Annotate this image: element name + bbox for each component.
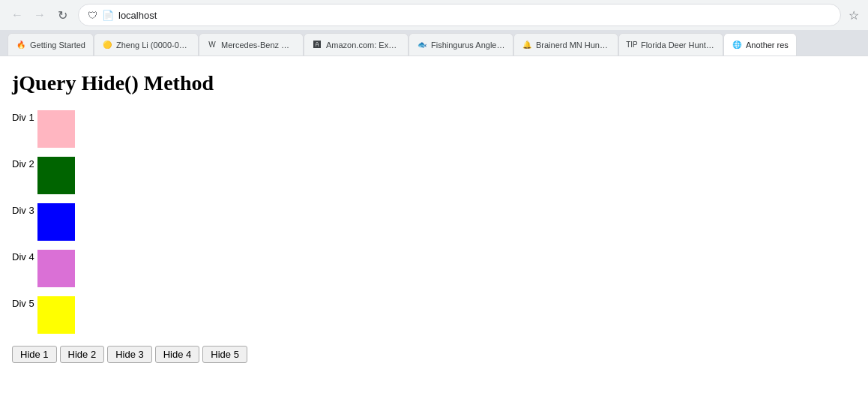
tab-favicon-florida: TIP (627, 40, 637, 50)
tab-favicon-amazon: 🅰 (312, 40, 322, 50)
color-box-div5 (37, 296, 75, 334)
tab-favicon-brainerd: 🔔 (522, 40, 532, 50)
bookmark-star-button[interactable]: ☆ (847, 7, 861, 24)
hide-button-hide1[interactable]: Hide 1 (12, 346, 57, 363)
tab-mercedes[interactable]: WMercedes-Benz G-Clas... (199, 33, 304, 56)
hide-button-hide2[interactable]: Hide 2 (60, 346, 105, 363)
div-block-div1: Div 1 (12, 110, 856, 148)
color-box-div1 (37, 110, 75, 148)
tab-florida[interactable]: TIPFlorida Deer Hunting S... (618, 33, 723, 56)
hide-button-hide4[interactable]: Hide 4 (155, 346, 200, 363)
tabs-bar: 🔥Getting Started🟡Zheng Li (0000-0002-3..… (0, 30, 868, 56)
browser-chrome: ← → ↻ 🛡 📄 localhost ☆ 🔥Getting Started🟡Z… (0, 0, 868, 56)
color-box-div2 (37, 157, 75, 194)
tab-label-florida: Florida Deer Hunting S... (641, 40, 715, 50)
tab-getting-started[interactable]: 🔥Getting Started (7, 33, 94, 56)
tab-label-another: Another res (746, 40, 789, 50)
back-button[interactable]: ← (7, 5, 27, 25)
tab-favicon-zheng-li: 🟡 (102, 40, 112, 50)
div-label-div1: Div 1 (12, 110, 34, 123)
tab-label-amazon: Amazon.com: ExpertP... (326, 40, 400, 50)
div-label-div4: Div 4 (12, 250, 34, 262)
security-shield-icon: 🛡 (88, 10, 97, 21)
div-block-div2: Div 2 (12, 157, 856, 194)
address-text: localhost (118, 10, 831, 21)
tab-label-mercedes: Mercedes-Benz G-Clas... (221, 40, 295, 50)
tab-label-zheng-li: Zheng Li (0000-0002-3... (116, 40, 190, 50)
tab-favicon-fishingurus: 🐟 (417, 40, 427, 50)
tab-favicon-mercedes: W (207, 40, 217, 50)
nav-buttons: ← → ↻ (7, 5, 72, 25)
div-label-div5: Div 5 (12, 296, 34, 309)
tab-label-getting-started: Getting Started (30, 40, 85, 50)
div-block-div3: Div 3 (12, 203, 856, 241)
buttons-row: Hide 1Hide 2Hide 3Hide 4Hide 5 (12, 346, 856, 363)
page-content: jQuery Hide() Method Div 1 Div 2 Div 3 D… (0, 56, 868, 401)
div-label-div2: Div 2 (12, 157, 34, 170)
hide-button-hide3[interactable]: Hide 3 (107, 346, 152, 363)
divs-container: Div 1 Div 2 Div 3 Div 4 Div 5 (12, 110, 856, 334)
color-box-div3 (37, 203, 75, 241)
page-icon: 📄 (102, 10, 114, 21)
tab-amazon[interactable]: 🅰Amazon.com: ExpertP... (304, 33, 409, 56)
tab-favicon-getting-started: 🔥 (16, 40, 26, 50)
tab-another[interactable]: 🌐Another res (723, 33, 797, 56)
div-block-div5: Div 5 (12, 296, 856, 334)
tab-brainerd[interactable]: 🔔Brainerd MN Hunting ... (513, 33, 618, 56)
div-label-div3: Div 3 (12, 203, 34, 216)
tab-label-brainerd: Brainerd MN Hunting ... (536, 40, 610, 50)
tab-label-fishingurus: Fishingurus Angler's I... (431, 40, 505, 50)
tab-favicon-another: 🌐 (732, 40, 742, 50)
tab-fishingurus[interactable]: 🐟Fishingurus Angler's I... (409, 33, 513, 56)
tab-zheng-li[interactable]: 🟡Zheng Li (0000-0002-3... (94, 33, 199, 56)
hide-button-hide5[interactable]: Hide 5 (202, 346, 247, 363)
color-box-div4 (37, 250, 75, 287)
address-bar[interactable]: 🛡 📄 localhost (78, 4, 841, 26)
page-title: jQuery Hide() Method (12, 71, 856, 95)
forward-button[interactable]: → (30, 5, 49, 25)
reload-button[interactable]: ↻ (52, 5, 72, 25)
div-block-div4: Div 4 (12, 250, 856, 287)
